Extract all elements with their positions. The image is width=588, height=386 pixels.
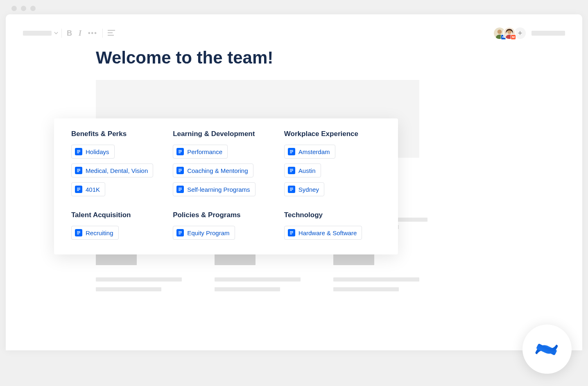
traffic-light-close[interactable] — [11, 6, 17, 11]
placeholder-line — [333, 277, 419, 282]
section-heading: Workplace Experience — [284, 130, 358, 138]
doc-link-chip[interactable]: Self-learning Programs — [173, 182, 255, 196]
page-icon — [176, 167, 184, 174]
card-section: Benefits & PerksHolidaysMedical, Dental,… — [71, 130, 168, 196]
section-heading: Policies & Programs — [173, 211, 240, 219]
page-icon — [75, 167, 82, 174]
toolbar-divider — [102, 29, 103, 38]
card-section: Learning & DevelopmentPerformanceCoachin… — [173, 130, 279, 196]
confluence-logo-icon — [535, 337, 559, 361]
page-icon — [176, 186, 184, 193]
page-icon — [75, 148, 82, 155]
section-heading: Learning & Development — [173, 130, 255, 138]
doc-link-label: Sydney — [299, 186, 319, 193]
avatar-badge: M — [511, 34, 516, 40]
card-section: TechnologyHardware & Software — [284, 211, 381, 240]
confluence-badge[interactable] — [522, 325, 572, 374]
style-select-placeholder — [23, 31, 52, 36]
page-title: Welcome to the team! — [96, 48, 492, 68]
more-formatting-button[interactable]: ••• — [86, 30, 99, 37]
add-collaborator-button[interactable]: + — [514, 27, 526, 39]
italic-button[interactable]: I — [77, 29, 83, 38]
bold-button[interactable]: B — [65, 29, 74, 38]
doc-link-chip[interactable]: Medical, Dental, Vision — [71, 163, 153, 177]
placeholder-line — [96, 277, 182, 282]
text-style-select[interactable] — [23, 31, 58, 36]
svg-point-4 — [498, 30, 502, 34]
chevron-down-icon — [54, 31, 58, 35]
doc-link-label: Equity Program — [187, 229, 229, 236]
card-section: Talent AcquisitionRecruiting — [71, 211, 168, 240]
doc-link-label: Medical, Dental, Vision — [86, 167, 148, 174]
doc-link-label: Self-learning Programs — [187, 186, 250, 193]
traffic-light-minimize[interactable] — [21, 6, 26, 11]
align-button[interactable] — [106, 29, 117, 38]
page-icon — [75, 229, 82, 236]
page-icon — [288, 229, 295, 236]
toolbar-left: B I ••• — [23, 29, 117, 38]
doc-link-label: Hardware & Software — [299, 229, 357, 236]
page-icon — [176, 148, 184, 155]
app-window: B I ••• R — [6, 14, 582, 350]
align-left-icon — [108, 30, 115, 36]
traffic-light-maximize[interactable] — [30, 6, 36, 11]
doc-link-label: Coaching & Mentoring — [187, 167, 248, 174]
doc-link-chip[interactable]: Holidays — [71, 145, 115, 159]
placeholder-line — [215, 277, 301, 282]
placeholder-line — [96, 287, 161, 291]
page-icon — [75, 186, 82, 193]
smart-links-card: Benefits & PerksHolidaysMedical, Dental,… — [54, 118, 398, 254]
toolbar-action-placeholder — [531, 31, 565, 36]
section-heading: Benefits & Perks — [71, 130, 127, 138]
doc-link-label: Amsterdam — [299, 148, 330, 155]
page-icon — [288, 186, 295, 193]
doc-link-chip[interactable]: Equity Program — [173, 226, 235, 240]
doc-link-label: Holidays — [86, 148, 109, 155]
doc-link-label: 401K — [86, 186, 100, 193]
browser-chrome — [0, 0, 588, 14]
card-section: Workplace ExperienceAmsterdamAustinSydne… — [284, 130, 381, 196]
doc-link-chip[interactable]: 401K — [71, 182, 105, 196]
placeholder-line — [333, 287, 399, 291]
toolbar-divider — [61, 29, 62, 38]
doc-link-chip[interactable]: Coaching & Mentoring — [173, 163, 253, 177]
doc-link-chip[interactable]: Performance — [173, 145, 228, 159]
placeholder-line — [215, 287, 280, 291]
traffic-lights — [11, 6, 577, 14]
doc-link-chip[interactable]: Sydney — [284, 182, 324, 196]
page-icon — [288, 167, 295, 174]
doc-link-chip[interactable]: Recruiting — [71, 226, 119, 240]
doc-link-label: Austin — [299, 167, 316, 174]
section-heading: Technology — [284, 211, 323, 219]
doc-link-chip[interactable]: Austin — [284, 163, 321, 177]
toolbar-right: R M + — [493, 27, 565, 40]
avatar[interactable]: M — [503, 27, 516, 40]
doc-link-chip[interactable]: Amsterdam — [284, 145, 335, 159]
collaborator-avatars: R M + — [493, 27, 526, 40]
doc-link-label: Performance — [187, 148, 222, 155]
page-icon — [176, 229, 184, 236]
toolbar: B I ••• R — [6, 14, 582, 48]
doc-link-chip[interactable]: Hardware & Software — [284, 226, 362, 240]
card-section: Policies & ProgramsEquity Program — [173, 211, 279, 240]
doc-link-label: Recruiting — [86, 229, 113, 236]
section-heading: Talent Acquisition — [71, 211, 131, 219]
card-grid: Benefits & PerksHolidaysMedical, Dental,… — [71, 130, 381, 240]
page-icon — [288, 148, 295, 155]
